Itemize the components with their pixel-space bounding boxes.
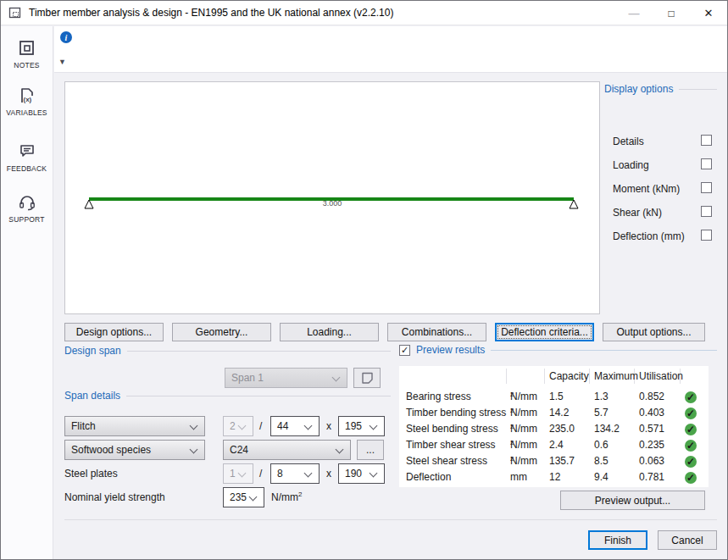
preview-results-header: ✓ Preview results [399,344,717,356]
note-page-icon [359,370,375,385]
preview-results-title: Preview results [416,344,485,356]
sidebar-label-variables: VARIABLES [6,108,47,117]
grade-browse-button[interactable]: ... [357,440,384,460]
design-options-button[interactable]: Design options... [64,323,164,341]
plate-depth-value: 190 [345,468,362,480]
sidebar-label-feedback: FEEDBACK [7,164,47,173]
pass-icon: ✓ [685,424,697,435]
span-note-button[interactable] [353,368,381,388]
table-row: Timber bending stress N/mm2 14.2 5.7 0.4… [399,407,709,423]
maximize-icon[interactable]: □ [653,1,690,25]
chevron-down-icon [370,469,378,478]
timber-count-select: 2 [223,416,253,436]
timber-depth-select[interactable]: 195 [338,416,385,436]
yield-strength-select[interactable]: 235 [223,487,264,507]
divide-separator: / [259,420,262,432]
close-icon[interactable]: ✕ [690,1,727,25]
results-table: Capacity Maximum Utilisation Bearing str… [399,366,709,487]
sidebar-label-support: SUPPORT [8,215,44,224]
design-span-select[interactable]: Span 1 [225,368,347,388]
chevron-down-icon [336,446,344,454]
output-options-button[interactable]: Output options... [603,323,705,341]
shear-label: Shear (kN) [613,207,662,219]
col-header-utilisation: Utilisation [639,370,683,382]
notes-icon [17,38,37,58]
timber-count-value: 2 [230,420,236,432]
chevron-down-icon [190,422,198,430]
collapse-arrow-icon[interactable]: ▼ [58,58,66,66]
table-row: Steel shear stress N/mm2 135.7 8.5 0.063… [399,455,709,471]
timber-breadth-value: 44 [277,420,288,432]
moment-label: Moment (kNm) [613,183,680,195]
col-header-capacity: Capacity [549,370,589,382]
chevron-down-icon [370,422,378,430]
sidebar-item-support[interactable]: SUPPORT [1,192,53,224]
span-details-header: Span details [64,390,391,402]
geometry-button[interactable]: Geometry... [172,323,271,341]
chevron-down-icon [238,469,247,478]
grade-value: C24 [230,444,248,456]
design-span-title: Design span [64,345,121,357]
grade-select[interactable]: C24 [223,440,351,460]
shear-checkbox[interactable] [701,206,712,217]
chevron-down-icon [249,493,258,502]
span-details-title: Span details [64,390,120,402]
loading-label: Loading [613,159,649,171]
steel-plates-label: Steel plates [64,468,118,480]
span-length-label: 3.000 [65,199,599,208]
plate-thickness-value: 8 [277,468,283,480]
sidebar-item-feedback[interactable]: FEEDBACK [1,141,53,173]
yield-strength-label: Nominal yield strength [64,491,165,503]
design-span-header: Design span [64,345,391,357]
deflection-label: Deflection (mm) [613,230,685,242]
deflection-criteria-button[interactable]: Deflection criteria... [495,323,594,341]
timber-breadth-select[interactable]: 44 [270,416,320,436]
cancel-button[interactable]: Cancel [658,530,717,550]
yield-strength-value: 235 [230,491,247,503]
times-separator: x [326,468,331,480]
pass-icon: ✓ [685,456,697,468]
chevron-down-icon [238,422,247,430]
sidebar: NOTES (x) VARIABLES FEEDBACK SUPPORT [1,26,53,559]
member-type-select[interactable]: Flitch [64,416,205,436]
preview-results-checkbox[interactable]: ✓ [399,345,410,356]
sidebar-item-notes[interactable]: NOTES [1,38,53,69]
details-checkbox[interactable] [701,135,712,146]
variables-icon: (x) [17,86,37,106]
species-value: Softwood species [71,444,151,456]
plate-thickness-select[interactable]: 8 [270,463,320,484]
chevron-down-icon [304,422,313,430]
ellipsis-label: ... [366,444,375,456]
sidebar-item-variables[interactable]: (x) VARIABLES [1,86,53,117]
divider [127,351,391,352]
yield-strength-unit: N/mm2 [271,491,302,503]
species-select[interactable]: Softwood species [64,440,205,460]
divider [679,89,717,90]
loading-button[interactable]: Loading... [280,323,379,341]
deflection-checkbox[interactable] [701,230,712,241]
chevron-down-icon [332,374,341,382]
svg-text:(x): (x) [23,96,31,103]
info-icon[interactable]: i [60,31,72,43]
support-icon [17,192,37,213]
display-option-details: Details [613,135,712,147]
plate-depth-select[interactable]: 190 [338,463,385,484]
design-span-value: Span 1 [231,372,264,384]
chevron-down-icon [190,446,198,454]
divider [126,396,391,396]
pass-icon: ✓ [685,440,697,452]
table-row: Timber shear stress N/mm2 2.4 0.6 0.235 … [399,439,709,455]
plate-count-value: 1 [230,468,236,480]
sidebar-label-notes: NOTES [14,61,39,69]
notes-toolbar: i ▼ [54,26,727,73]
moment-checkbox[interactable] [701,182,712,193]
finish-button[interactable]: Finish [588,530,647,550]
timber-depth-value: 195 [345,420,362,432]
pass-icon: ✓ [685,391,697,403]
title-bar: Timber member analysis & design - EN1995… [1,1,727,25]
divide-separator: / [259,468,262,480]
preview-output-button[interactable]: Preview output... [560,491,705,510]
minimize-icon[interactable]: — [615,1,653,25]
combinations-button[interactable]: Combinations... [387,323,486,341]
loading-checkbox[interactable] [701,158,712,169]
